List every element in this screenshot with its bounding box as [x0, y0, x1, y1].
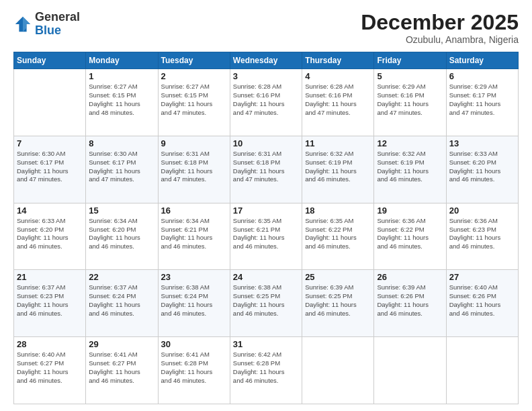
calendar-cell: 14Sunrise: 6:33 AM Sunset: 6:20 PM Dayli…: [14, 203, 86, 270]
calendar-cell: 19Sunrise: 6:36 AM Sunset: 6:22 PM Dayli…: [374, 203, 446, 270]
day-info: Sunrise: 6:41 AM Sunset: 6:28 PM Dayligh…: [161, 351, 227, 385]
day-info: Sunrise: 6:31 AM Sunset: 6:18 PM Dayligh…: [161, 150, 227, 184]
logo-icon: [13, 15, 32, 34]
day-number: 9: [161, 138, 227, 148]
logo-text: General Blue: [35, 11, 80, 38]
day-number: 28: [17, 339, 83, 349]
calendar-cell: 9Sunrise: 6:31 AM Sunset: 6:18 PM Daylig…: [158, 136, 230, 203]
day-info: Sunrise: 6:38 AM Sunset: 6:25 PM Dayligh…: [233, 283, 299, 318]
calendar-header-sunday: Sunday: [14, 52, 86, 69]
calendar-header-wednesday: Wednesday: [230, 52, 302, 69]
day-info: Sunrise: 6:40 AM Sunset: 6:27 PM Dayligh…: [17, 351, 83, 385]
calendar-cell: 8Sunrise: 6:30 AM Sunset: 6:17 PM Daylig…: [86, 136, 158, 203]
calendar-cell: 6Sunrise: 6:29 AM Sunset: 6:17 PM Daylig…: [446, 69, 518, 136]
day-info: Sunrise: 6:35 AM Sunset: 6:21 PM Dayligh…: [233, 217, 299, 251]
calendar-table: SundayMondayTuesdayWednesdayThursdayFrid…: [13, 52, 519, 404]
calendar-cell: 3Sunrise: 6:28 AM Sunset: 6:16 PM Daylig…: [230, 69, 302, 136]
day-info: Sunrise: 6:41 AM Sunset: 6:27 PM Dayligh…: [89, 351, 154, 385]
day-number: 29: [89, 339, 154, 349]
calendar-cell: [446, 337, 518, 404]
day-number: 6: [449, 71, 515, 81]
subtitle: Ozubulu, Anambra, Nigeria: [361, 34, 519, 45]
day-number: 13: [449, 138, 515, 148]
calendar-cell: 2Sunrise: 6:27 AM Sunset: 6:15 PM Daylig…: [158, 69, 230, 136]
day-number: 10: [233, 138, 299, 148]
day-info: Sunrise: 6:28 AM Sunset: 6:16 PM Dayligh…: [233, 83, 299, 117]
logo-blue: Blue: [35, 24, 61, 37]
day-number: 2: [161, 71, 227, 81]
day-info: Sunrise: 6:40 AM Sunset: 6:26 PM Dayligh…: [449, 283, 515, 318]
calendar-cell: 17Sunrise: 6:35 AM Sunset: 6:21 PM Dayli…: [230, 203, 302, 270]
day-info: Sunrise: 6:27 AM Sunset: 6:15 PM Dayligh…: [89, 83, 154, 117]
calendar-week-5: 28Sunrise: 6:40 AM Sunset: 6:27 PM Dayli…: [14, 337, 519, 404]
day-info: Sunrise: 6:42 AM Sunset: 6:28 PM Dayligh…: [233, 351, 299, 385]
day-info: Sunrise: 6:27 AM Sunset: 6:15 PM Dayligh…: [161, 83, 227, 117]
calendar-cell: 27Sunrise: 6:40 AM Sunset: 6:26 PM Dayli…: [446, 270, 518, 337]
calendar-cell: 22Sunrise: 6:37 AM Sunset: 6:24 PM Dayli…: [86, 270, 158, 337]
calendar-cell: 23Sunrise: 6:38 AM Sunset: 6:24 PM Dayli…: [158, 270, 230, 337]
day-info: Sunrise: 6:32 AM Sunset: 6:19 PM Dayligh…: [377, 150, 443, 184]
calendar-cell: 18Sunrise: 6:35 AM Sunset: 6:22 PM Dayli…: [302, 203, 374, 270]
day-info: Sunrise: 6:37 AM Sunset: 6:24 PM Dayligh…: [89, 283, 154, 318]
calendar-cell: 28Sunrise: 6:40 AM Sunset: 6:27 PM Dayli…: [14, 337, 86, 404]
day-info: Sunrise: 6:34 AM Sunset: 6:20 PM Dayligh…: [89, 217, 154, 251]
day-info: Sunrise: 6:33 AM Sunset: 6:20 PM Dayligh…: [449, 150, 515, 184]
day-number: 21: [17, 272, 83, 282]
day-number: 3: [233, 71, 299, 81]
day-number: 26: [377, 272, 443, 282]
month-title: December 2025: [361, 11, 519, 34]
day-info: Sunrise: 6:34 AM Sunset: 6:21 PM Dayligh…: [161, 217, 227, 251]
day-number: 14: [17, 205, 83, 216]
calendar-header-friday: Friday: [374, 52, 446, 69]
calendar-cell: 30Sunrise: 6:41 AM Sunset: 6:28 PM Dayli…: [158, 337, 230, 404]
day-number: 15: [89, 205, 154, 216]
day-info: Sunrise: 6:35 AM Sunset: 6:22 PM Dayligh…: [305, 217, 371, 251]
day-number: 5: [377, 71, 443, 81]
day-number: 1: [89, 71, 154, 81]
calendar-cell: [302, 337, 374, 404]
calendar-cell: 31Sunrise: 6:42 AM Sunset: 6:28 PM Dayli…: [230, 337, 302, 404]
day-number: 23: [161, 272, 227, 282]
calendar-header-thursday: Thursday: [302, 52, 374, 69]
calendar-header-saturday: Saturday: [446, 52, 518, 69]
day-info: Sunrise: 6:30 AM Sunset: 6:17 PM Dayligh…: [17, 150, 83, 184]
calendar-week-1: 1Sunrise: 6:27 AM Sunset: 6:15 PM Daylig…: [14, 69, 519, 136]
day-number: 7: [17, 138, 83, 148]
logo: General Blue: [13, 11, 80, 38]
calendar-cell: [374, 337, 446, 404]
day-number: 8: [89, 138, 154, 148]
calendar-header-monday: Monday: [86, 52, 158, 69]
calendar-cell: 13Sunrise: 6:33 AM Sunset: 6:20 PM Dayli…: [446, 136, 518, 203]
calendar-cell: 24Sunrise: 6:38 AM Sunset: 6:25 PM Dayli…: [230, 270, 302, 337]
day-number: 19: [377, 205, 443, 216]
day-number: 16: [161, 205, 227, 216]
calendar-cell: 11Sunrise: 6:32 AM Sunset: 6:19 PM Dayli…: [302, 136, 374, 203]
day-info: Sunrise: 6:32 AM Sunset: 6:19 PM Dayligh…: [305, 150, 371, 184]
day-info: Sunrise: 6:37 AM Sunset: 6:23 PM Dayligh…: [17, 283, 83, 318]
page: General Blue December 2025 Ozubulu, Anam…: [0, 0, 532, 411]
calendar-cell: 4Sunrise: 6:28 AM Sunset: 6:16 PM Daylig…: [302, 69, 374, 136]
day-number: 31: [233, 339, 299, 349]
calendar-cell: 16Sunrise: 6:34 AM Sunset: 6:21 PM Dayli…: [158, 203, 230, 270]
calendar-cell: 1Sunrise: 6:27 AM Sunset: 6:15 PM Daylig…: [86, 69, 158, 136]
calendar-cell: 25Sunrise: 6:39 AM Sunset: 6:25 PM Dayli…: [302, 270, 374, 337]
calendar-header-row: SundayMondayTuesdayWednesdayThursdayFrid…: [14, 52, 519, 69]
calendar-week-3: 14Sunrise: 6:33 AM Sunset: 6:20 PM Dayli…: [14, 203, 519, 270]
day-info: Sunrise: 6:33 AM Sunset: 6:20 PM Dayligh…: [17, 217, 83, 251]
calendar-header-tuesday: Tuesday: [158, 52, 230, 69]
day-info: Sunrise: 6:31 AM Sunset: 6:18 PM Dayligh…: [233, 150, 299, 184]
day-number: 4: [305, 71, 371, 81]
day-number: 12: [377, 138, 443, 148]
day-info: Sunrise: 6:36 AM Sunset: 6:22 PM Dayligh…: [377, 217, 443, 251]
day-number: 27: [449, 272, 515, 282]
day-number: 20: [449, 205, 515, 216]
calendar-cell: 15Sunrise: 6:34 AM Sunset: 6:20 PM Dayli…: [86, 203, 158, 270]
calendar-cell: 26Sunrise: 6:39 AM Sunset: 6:26 PM Dayli…: [374, 270, 446, 337]
day-number: 24: [233, 272, 299, 282]
day-info: Sunrise: 6:29 AM Sunset: 6:17 PM Dayligh…: [449, 83, 515, 117]
day-info: Sunrise: 6:39 AM Sunset: 6:25 PM Dayligh…: [305, 283, 371, 318]
calendar-week-4: 21Sunrise: 6:37 AM Sunset: 6:23 PM Dayli…: [14, 270, 519, 337]
header: General Blue December 2025 Ozubulu, Anam…: [13, 11, 519, 45]
calendar-cell: 12Sunrise: 6:32 AM Sunset: 6:19 PM Dayli…: [374, 136, 446, 203]
calendar-week-2: 7Sunrise: 6:30 AM Sunset: 6:17 PM Daylig…: [14, 136, 519, 203]
